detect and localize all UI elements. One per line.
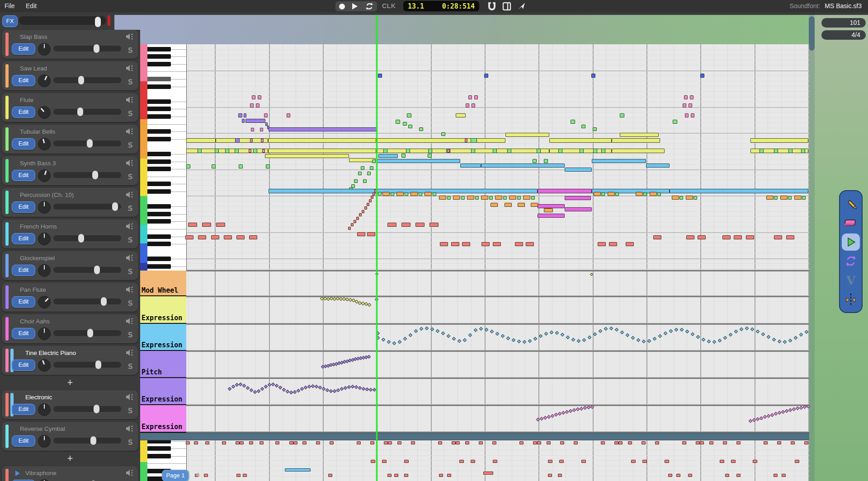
volume-slider-thumb[interactable] — [112, 202, 118, 211]
midi-note-mini[interactable] — [439, 474, 443, 477]
volume-slider-thumb[interactable] — [87, 329, 93, 337]
pan-knob[interactable] — [38, 435, 51, 448]
edit-button[interactable]: Edit — [12, 360, 35, 371]
midi-note[interactable] — [608, 192, 615, 196]
track-card[interactable]: Saw LeadEditS — [2, 61, 138, 90]
midi-note[interactable] — [685, 113, 689, 117]
midi-note[interactable] — [518, 203, 525, 207]
piano-key-black[interactable] — [147, 454, 171, 458]
midi-note[interactable] — [684, 95, 688, 99]
midi-note[interactable] — [683, 103, 686, 107]
midi-note[interactable] — [367, 232, 375, 236]
midi-note[interactable] — [691, 113, 694, 117]
midi-note-mini[interactable] — [676, 474, 680, 477]
solo-label[interactable]: S — [127, 362, 133, 371]
midi-note[interactable] — [364, 206, 367, 210]
piano-keyboard[interactable] — [147, 44, 187, 271]
midi-note-mini[interactable] — [397, 441, 401, 444]
eraser-tool[interactable] — [842, 214, 860, 231]
midi-note[interactable] — [794, 196, 802, 200]
timeline-ruler[interactable] — [114, 15, 809, 44]
pan-knob[interactable] — [38, 75, 51, 87]
midi-note[interactable] — [401, 154, 406, 158]
track-card[interactable]: Pan FluteEditS — [2, 283, 138, 312]
midi-note-mini[interactable] — [519, 441, 524, 444]
midi-note-mini[interactable] — [795, 460, 799, 463]
midi-note-mini[interactable] — [558, 474, 562, 477]
midi-note[interactable] — [670, 189, 808, 193]
midi-note[interactable] — [698, 235, 706, 239]
master-volume-slider[interactable] — [19, 16, 106, 25]
midi-note-mini[interactable] — [777, 441, 781, 444]
midi-note[interactable] — [354, 220, 356, 223]
midi-note-mini[interactable] — [204, 474, 208, 477]
solo-label[interactable]: S — [127, 109, 133, 118]
midi-note-mini[interactable] — [628, 441, 632, 444]
midi-note[interactable] — [593, 149, 597, 153]
midi-note-mini[interactable] — [631, 460, 636, 463]
volume-slider[interactable] — [53, 330, 121, 336]
midi-note[interactable] — [396, 120, 400, 124]
midi-note-mini[interactable] — [371, 460, 375, 463]
pan-knob[interactable] — [38, 106, 51, 119]
pan-knob[interactable] — [38, 169, 51, 182]
midi-note[interactable] — [287, 113, 290, 117]
track-name[interactable]: Pan Flute — [20, 286, 46, 293]
midi-note[interactable] — [235, 138, 240, 143]
pan-knob[interactable] — [38, 479, 51, 481]
midi-note[interactable] — [359, 213, 362, 216]
midi-note[interactable] — [580, 149, 584, 153]
midi-note-mini[interactable] — [731, 460, 736, 463]
midi-note-mini[interactable] — [293, 441, 297, 444]
piano-key-black[interactable] — [147, 189, 171, 194]
midi-note[interactable] — [598, 242, 606, 246]
pan-knob[interactable] — [38, 264, 51, 277]
menu-file[interactable]: File — [0, 0, 19, 12]
midi-note[interactable] — [269, 127, 377, 131]
midi-note[interactable] — [693, 196, 697, 200]
midi-note[interactable] — [198, 235, 206, 239]
midi-note[interactable] — [472, 103, 475, 107]
solo-label[interactable]: S — [127, 141, 133, 149]
midi-note[interactable] — [216, 138, 268, 143]
midi-note[interactable] — [612, 138, 660, 143]
piano-key-black[interactable] — [147, 242, 171, 246]
midi-note[interactable] — [456, 113, 466, 117]
midi-note-mini[interactable] — [411, 441, 415, 444]
midi-note[interactable] — [481, 163, 565, 168]
speaker-icon[interactable] — [126, 223, 134, 231]
volume-slider[interactable] — [53, 140, 121, 146]
vertical-scrollbar-thumb[interactable] — [809, 16, 815, 51]
midi-note-mini[interactable] — [725, 474, 729, 477]
edit-button[interactable]: Edit — [12, 233, 35, 244]
midi-note-mini[interactable] — [438, 441, 442, 444]
track-card[interactable]: Percussion (Ch. 10)EditS — [2, 188, 138, 217]
volume-slider-thumb[interactable] — [95, 360, 101, 369]
midi-note[interactable] — [264, 113, 268, 117]
track-name[interactable]: Electronic — [25, 394, 52, 401]
midi-note[interactable] — [474, 95, 478, 99]
midi-note[interactable] — [408, 125, 412, 128]
midi-note-mini[interactable] — [289, 441, 293, 444]
volume-slider-thumb[interactable] — [78, 234, 84, 243]
midi-note[interactable] — [491, 203, 498, 207]
midi-note[interactable] — [468, 95, 472, 99]
midi-note[interactable] — [679, 196, 683, 200]
piano-key-black[interactable] — [147, 212, 171, 216]
midi-note-mini[interactable] — [447, 474, 451, 477]
midi-note-mini[interactable] — [394, 474, 398, 477]
midi-note-mini[interactable] — [574, 441, 578, 444]
midi-note[interactable] — [242, 119, 245, 123]
midi-note[interactable] — [531, 203, 538, 207]
track-name[interactable]: Tine Electric Piano — [25, 350, 76, 356]
midi-note[interactable] — [261, 139, 264, 142]
midi-note-mini[interactable] — [688, 474, 692, 477]
track-name[interactable]: Vibraphone — [25, 470, 57, 476]
midi-note-mini[interactable] — [548, 460, 552, 463]
piano-key-black[interactable] — [147, 159, 171, 164]
lane-label-expression[interactable]: Expression — [140, 324, 186, 351]
midi-note-mini[interactable] — [275, 441, 279, 444]
track-card[interactable]: Tine Electric PianoEditS — [2, 346, 138, 375]
midi-note[interactable] — [251, 128, 254, 131]
soundfont-value[interactable]: MS Basic.sf3 — [825, 2, 862, 9]
